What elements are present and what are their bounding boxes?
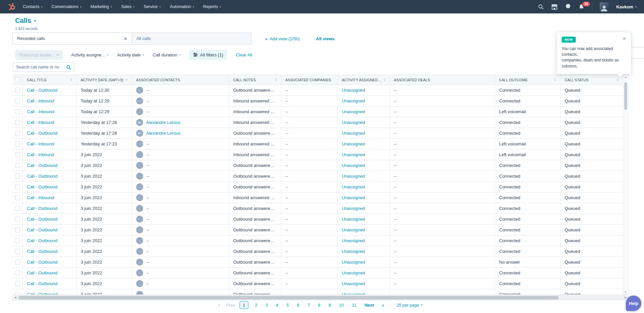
row-checkbox[interactable] bbox=[15, 109, 20, 114]
assigned-to-link[interactable]: Unassigned bbox=[342, 249, 365, 254]
call-title-link[interactable]: Call - Outbound bbox=[27, 206, 57, 211]
assigned-to-link[interactable]: Unassigned bbox=[342, 109, 365, 114]
scroll-left-icon[interactable]: ◀ bbox=[13, 296, 18, 299]
filter-transcript-available[interactable]: Transcript availa... ▾ bbox=[15, 50, 63, 60]
call-title-link[interactable]: Call - Inbound bbox=[27, 141, 54, 146]
assigned-to-link[interactable]: Unassigned bbox=[342, 152, 365, 157]
column-header-activity-date[interactable]: ACTIVITY DATE (GMT+3)▲▼ bbox=[77, 75, 132, 85]
row-checkbox[interactable] bbox=[15, 88, 20, 93]
column-header-call-title[interactable]: CALL TITLE▲▼ bbox=[23, 75, 77, 85]
page-11[interactable]: 11 bbox=[352, 303, 357, 308]
prev-chevron-icon[interactable]: ‹ bbox=[218, 302, 220, 308]
nav-item-marketing[interactable]: Marketing▾ bbox=[90, 4, 112, 9]
assigned-to-link[interactable]: Unassigned bbox=[342, 120, 365, 125]
vertical-scrollbar[interactable]: ▲ ▼ bbox=[623, 75, 629, 295]
horizontal-scrollbar[interactable]: ◀ ▶ bbox=[12, 295, 629, 300]
sort-icon[interactable]: ▲▼ bbox=[70, 78, 72, 82]
close-tab-icon[interactable]: ✕ bbox=[124, 36, 127, 41]
call-title-link[interactable]: Call - Outbound bbox=[27, 292, 57, 295]
call-title-link[interactable]: Call - Inbound bbox=[27, 152, 54, 157]
page-7[interactable]: 7 bbox=[308, 303, 310, 308]
user-avatar[interactable] bbox=[600, 2, 609, 11]
row-checkbox[interactable] bbox=[15, 227, 20, 232]
call-title-link[interactable]: Call - Outbound bbox=[27, 131, 57, 136]
contact-link[interactable]: Alexandre Leroux bbox=[146, 120, 180, 125]
column-header-activity-assigned-to[interactable]: ACTIVITY ASSIGNED TO▲▼ bbox=[338, 75, 390, 85]
add-view-link[interactable]: + Add view (2/50) bbox=[265, 36, 300, 42]
search-call-input[interactable] bbox=[13, 63, 66, 72]
all-filters-button[interactable]: All filters (1) bbox=[189, 50, 227, 60]
page-1[interactable]: 1 bbox=[240, 301, 248, 309]
page-title-dropdown[interactable]: Calls ▼ bbox=[15, 17, 38, 25]
next-button[interactable]: Next bbox=[364, 303, 374, 308]
assigned-to-link[interactable]: Unassigned bbox=[342, 238, 365, 243]
call-title-link[interactable]: Call - Inbound bbox=[27, 98, 54, 103]
assigned-to-link[interactable]: Unassigned bbox=[342, 88, 365, 93]
search-icon[interactable] bbox=[66, 65, 71, 70]
nav-item-reports[interactable]: Reports▾ bbox=[203, 4, 221, 9]
call-title-link[interactable]: Call - Outbound bbox=[27, 281, 57, 286]
close-callout-icon[interactable]: ✕ bbox=[622, 37, 626, 41]
page-5[interactable]: 5 bbox=[286, 303, 289, 308]
page-10[interactable]: 10 bbox=[339, 303, 344, 308]
call-title-link[interactable]: Call - Inbound bbox=[27, 120, 54, 125]
row-checkbox[interactable] bbox=[15, 174, 20, 179]
page-6[interactable]: 6 bbox=[297, 303, 299, 308]
assigned-to-link[interactable]: Unassigned bbox=[342, 131, 365, 136]
page-4[interactable]: 4 bbox=[276, 303, 278, 308]
vertical-scrollbar-thumb[interactable] bbox=[624, 82, 627, 110]
row-checkbox[interactable] bbox=[15, 131, 20, 136]
row-checkbox[interactable] bbox=[15, 141, 20, 146]
assigned-to-link[interactable]: Unassigned bbox=[342, 292, 365, 295]
column-header-associated-deals[interactable]: ASSOCIATED DEALS bbox=[390, 75, 495, 85]
column-header-call-status[interactable]: CALL STATUS▲▼ bbox=[561, 75, 623, 85]
assigned-to-link[interactable]: Unassigned bbox=[342, 270, 365, 275]
column-header-associated-companies[interactable]: ASSOCIATED COMPANIES bbox=[281, 75, 338, 85]
assigned-to-link[interactable]: Unassigned bbox=[342, 206, 365, 211]
page-3[interactable]: 3 bbox=[266, 303, 268, 308]
settings-gear-icon[interactable] bbox=[565, 4, 571, 10]
row-checkbox[interactable] bbox=[15, 163, 20, 168]
row-checkbox[interactable] bbox=[15, 184, 20, 189]
scroll-up-icon[interactable]: ▲ bbox=[623, 76, 628, 78]
nav-item-automation[interactable]: Automation▾ bbox=[170, 4, 194, 9]
call-title-link[interactable]: Call - Outbound bbox=[27, 217, 57, 222]
notifications-bell-icon[interactable]: 16 bbox=[578, 4, 585, 10]
filter-activity-date[interactable]: Activity date ▾ bbox=[117, 52, 144, 57]
assigned-to-link[interactable]: Unassigned bbox=[342, 98, 365, 103]
search-icon[interactable] bbox=[538, 4, 544, 10]
sort-icon[interactable]: ▲▼ bbox=[275, 78, 277, 82]
filter-activity-assignee[interactable]: Activity assigne... ▾ bbox=[71, 52, 108, 57]
row-checkbox[interactable] bbox=[15, 281, 20, 286]
row-checkbox[interactable] bbox=[15, 270, 20, 275]
assigned-to-link[interactable]: Unassigned bbox=[342, 163, 365, 168]
row-checkbox[interactable] bbox=[15, 195, 20, 200]
column-header-call-outcome[interactable]: CALL OUTCOME▲▼ bbox=[495, 75, 561, 85]
sort-icon[interactable]: ▲▼ bbox=[126, 78, 128, 82]
filter-call-duration[interactable]: Call duration ▾ bbox=[153, 52, 180, 57]
sort-icon[interactable]: ▲▼ bbox=[554, 78, 556, 82]
assigned-to-link[interactable]: Unassigned bbox=[342, 141, 365, 146]
call-title-link[interactable]: Call - Outbound bbox=[27, 238, 57, 243]
page-2[interactable]: 2 bbox=[255, 303, 257, 308]
assigned-to-link[interactable]: Unassigned bbox=[342, 174, 365, 179]
call-title-link[interactable]: Call - Outbound bbox=[27, 249, 57, 254]
assigned-to-link[interactable]: Unassigned bbox=[342, 184, 365, 189]
call-title-link[interactable]: Call - Outbound bbox=[27, 270, 57, 275]
page-8[interactable]: 8 bbox=[318, 303, 320, 308]
call-title-link[interactable]: Call - Outbound bbox=[27, 174, 57, 179]
page-size-select[interactable]: 25 per page▾ bbox=[397, 303, 422, 308]
call-title-link[interactable]: Call - Outbound bbox=[27, 260, 57, 265]
account-menu[interactable]: Kavkom ▾ bbox=[616, 4, 637, 9]
scroll-down-icon[interactable]: ▼ bbox=[623, 291, 628, 293]
tab-all-calls[interactable]: All calls bbox=[132, 33, 251, 45]
nav-item-contacts[interactable]: Contacts▾ bbox=[23, 4, 42, 9]
call-title-link[interactable]: Call - Outbound bbox=[27, 88, 57, 93]
row-checkbox[interactable] bbox=[15, 152, 20, 157]
row-checkbox[interactable] bbox=[15, 292, 20, 295]
sort-icon[interactable]: ▲▼ bbox=[617, 78, 619, 82]
select-all-checkbox[interactable] bbox=[15, 77, 20, 82]
contact-link[interactable]: Alexandre Leroux bbox=[146, 131, 180, 136]
assigned-to-link[interactable]: Unassigned bbox=[342, 227, 365, 232]
tab-recorded-calls[interactable]: Recorded calls ✕ bbox=[12, 33, 132, 45]
